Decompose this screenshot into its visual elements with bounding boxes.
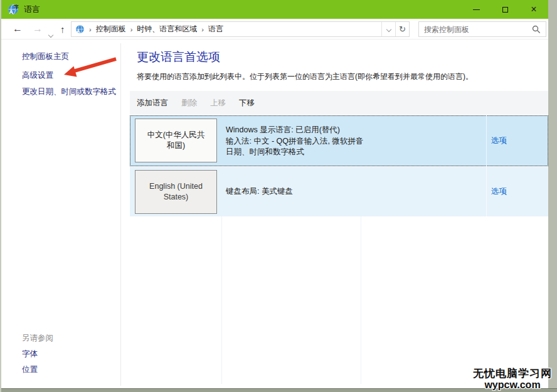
language-row-chinese[interactable]: 中文(中华人民共和国) Windows 显示语言: 已启用(替代) 输入法: 中… bbox=[130, 115, 548, 166]
sidebar-item-location[interactable]: 位置 bbox=[22, 364, 38, 375]
caption-buttons: × bbox=[462, 0, 548, 19]
watermark: 无忧电脑学习网 wypcw.com bbox=[473, 368, 552, 391]
window-title: 语言 bbox=[24, 4, 40, 15]
sidebar-item-advanced-settings[interactable]: 高级设置 bbox=[22, 70, 53, 81]
language-list-toolbar: 添加语言 删除 上移 下移 bbox=[130, 91, 548, 115]
address-dropdown-button[interactable] bbox=[381, 22, 395, 36]
language-details: Windows 显示语言: 已启用(替代) 输入法: 中文 - QQ拼音输入法,… bbox=[226, 125, 363, 158]
add-language-button[interactable]: 添加语言 bbox=[137, 98, 168, 109]
breadcrumb-separator-icon: › bbox=[130, 26, 133, 33]
refresh-icon: ↻ bbox=[399, 24, 406, 34]
address-bar[interactable]: A › 控制面板 › 时钟、语言和区域 › 语言 ↻ bbox=[71, 21, 410, 37]
language-details: 键盘布局: 美式键盘 bbox=[226, 167, 293, 216]
search-input[interactable] bbox=[419, 25, 532, 34]
sidebar-item-control-panel-home[interactable]: 控制面板主页 bbox=[22, 51, 69, 62]
list-grid-line bbox=[221, 216, 222, 384]
breadcrumb-separator-icon: › bbox=[89, 26, 92, 33]
sidebar-divider bbox=[120, 43, 121, 386]
language-name-box[interactable]: 中文(中华人民共和国) bbox=[135, 119, 217, 162]
options-link[interactable]: 选项 bbox=[491, 167, 507, 216]
back-button[interactable]: ← bbox=[13, 24, 23, 34]
language-row-english[interactable]: English (United States) 键盘布局: 美式键盘 选项 bbox=[130, 167, 548, 216]
detail-line: 日期、时间和数字格式 bbox=[226, 147, 363, 158]
move-down-button[interactable]: 下移 bbox=[239, 98, 255, 109]
page-description: 将要使用的语言添加到此列表中。位于列表第一位的语言为主语言(即你希望看到并最常使… bbox=[137, 72, 473, 82]
search-icon bbox=[532, 25, 541, 34]
page-title: 更改语言首选项 bbox=[137, 49, 220, 65]
svg-text:A: A bbox=[77, 28, 80, 34]
watermark-site-name: 无忧电脑学习网 bbox=[473, 368, 552, 379]
breadcrumb-separator-icon: › bbox=[201, 26, 204, 33]
chevron-down-icon bbox=[386, 26, 391, 31]
options-column-divider bbox=[486, 167, 487, 216]
close-icon: × bbox=[531, 4, 536, 14]
detail-line: Windows 显示语言: 已启用(替代) bbox=[226, 125, 363, 136]
title-bar: 字 A 语言 × bbox=[1, 0, 548, 19]
detail-line: 输入法: 中文 - QQ拼音输入法, 微软拼音 bbox=[226, 136, 363, 147]
maximize-button[interactable] bbox=[491, 0, 519, 19]
minimize-icon bbox=[473, 9, 480, 10]
window-shadow-right bbox=[548, 0, 557, 392]
breadcrumb-language[interactable]: 语言 bbox=[208, 24, 223, 34]
svg-text:字: 字 bbox=[14, 4, 19, 10]
recent-pages-chevron-icon[interactable] bbox=[49, 28, 53, 40]
language-control-panel-window: 字 A 语言 × ← → ↑ A › 控制面板 › 时钟、语言和区域 › bbox=[0, 0, 557, 392]
search-box bbox=[418, 21, 546, 37]
forward-button[interactable]: → bbox=[33, 24, 43, 34]
maximize-icon bbox=[502, 7, 508, 13]
list-grid-line bbox=[361, 216, 361, 384]
sidebar-item-fonts[interactable]: 字体 bbox=[22, 349, 38, 359]
minimize-button[interactable] bbox=[462, 0, 491, 19]
breadcrumb-control-panel[interactable]: 控制面板 bbox=[96, 24, 126, 34]
language-icon: 字 A bbox=[8, 4, 19, 15]
up-button[interactable]: ↑ bbox=[60, 24, 65, 34]
breadcrumb-clock-language-region[interactable]: 时钟、语言和区域 bbox=[137, 24, 197, 34]
content-area: 控制面板主页 高级设置 更改日期、时间或数字格式 另请参阅 字体 位置 更改语言… bbox=[1, 40, 548, 388]
remove-button[interactable]: 删除 bbox=[181, 98, 197, 109]
detail-line: 键盘布局: 美式键盘 bbox=[226, 186, 293, 198]
refresh-button[interactable]: ↻ bbox=[395, 22, 409, 36]
watermark-site-url: wypcw.com bbox=[473, 379, 552, 391]
navigation-bar: ← → ↑ A › 控制面板 › 时钟、语言和区域 › 语言 ↻ bbox=[1, 19, 548, 40]
close-button[interactable]: × bbox=[519, 0, 548, 19]
options-column-divider bbox=[486, 115, 487, 166]
sidebar-item-change-date-time-formats[interactable]: 更改日期、时间或数字格式 bbox=[22, 87, 116, 97]
breadcrumb-language-icon: A bbox=[75, 24, 85, 34]
see-also-header: 另请参阅 bbox=[22, 333, 53, 344]
move-up-button[interactable]: 上移 bbox=[210, 98, 226, 109]
language-name-box[interactable]: English (United States) bbox=[135, 170, 217, 214]
svg-text:A: A bbox=[9, 9, 14, 15]
options-link[interactable]: 选项 bbox=[491, 115, 507, 166]
